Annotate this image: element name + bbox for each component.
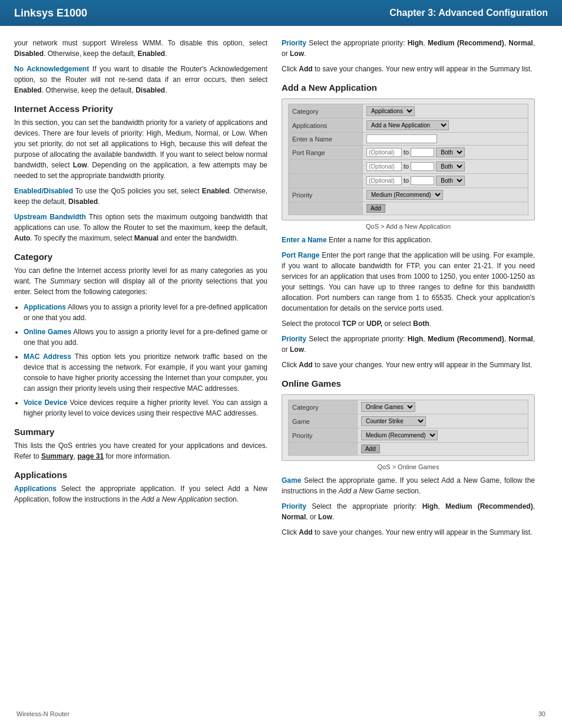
- left-column: your network must support Wireless WMM. …: [14, 38, 267, 542]
- qos-priority-label: Priority: [289, 188, 363, 202]
- qos-proto-2[interactable]: Both: [436, 162, 465, 172]
- cat-paragraph: You can define the Internet access prior…: [14, 265, 267, 297]
- iap-paragraph: In this section, you can set the bandwid…: [14, 117, 267, 181]
- qos-og-game-value: Counter Strike: [357, 414, 528, 429]
- qos-add-app-table: Category Applications Applications Add a…: [288, 104, 528, 215]
- qos-og-category-value: Online Games: [357, 400, 528, 414]
- ub-paragraph: Upstream Bandwidth This option sets the …: [14, 212, 267, 243]
- qos-og-table: Category Online Games Game Counter Strik…: [288, 400, 528, 456]
- qos-applications-value: Add a New Application: [363, 118, 528, 133]
- qos-enter-name-label: Enter a Name: [289, 133, 363, 146]
- qos-proto-3[interactable]: Both: [436, 176, 465, 186]
- qos-port-end-3[interactable]: [411, 176, 434, 185]
- ed-paragraph: Enabled/Disabled To use the QoS policies…: [14, 186, 267, 207]
- footer-label: Wireless-N Router: [16, 710, 70, 717]
- qos-port-range-row1: to Both: [363, 146, 528, 160]
- qos-applications-label: Applications: [289, 118, 363, 133]
- apps-paragraph: Applications Select the appropriate appl…: [14, 483, 267, 505]
- qos-priority-select[interactable]: Medium (Recommend): [366, 190, 443, 200]
- qos-port-end-1[interactable]: [411, 148, 434, 157]
- click-add-paragraph: Click Add to save your changes. Your new…: [282, 64, 535, 74]
- qos-add-app-button[interactable]: Add: [366, 204, 385, 213]
- qos-add-app-box: Category Applications Applications Add a…: [282, 98, 535, 220]
- qos-og-priority-select[interactable]: Medium (Recommend): [361, 430, 438, 440]
- main-content: your network must support Wireless WMM. …: [0, 26, 562, 554]
- qos-og-add-button[interactable]: Add: [361, 444, 380, 453]
- qos-add-app-caption: QoS > Add a New Application: [282, 223, 535, 230]
- right-column: Priority Select the appropriate priority…: [282, 38, 535, 542]
- click-add2-paragraph: Click Add to save your changes. Your new…: [282, 360, 535, 370]
- port-range-paragraph: Port Range Enter the port range that the…: [282, 250, 535, 314]
- qos-port-start-2[interactable]: [366, 162, 402, 171]
- qos-port-range-row3: to Both: [363, 174, 528, 188]
- apps-heading: Applications: [14, 470, 267, 480]
- qos-og-game-select[interactable]: Counter Strike: [361, 416, 426, 426]
- priority3-paragraph: Priority Select the appropriate priority…: [282, 501, 535, 522]
- page-header: Linksys E1000 Chapter 3: Advanced Config…: [0, 0, 562, 26]
- intro-paragraph: your network must support Wireless WMM. …: [14, 38, 267, 59]
- qos-proto-1[interactable]: Both: [436, 147, 465, 157]
- qos-port-range-row2: to Both: [363, 160, 528, 174]
- qos-og-game-label: Game: [289, 414, 358, 429]
- qos-category-value: Applications: [363, 104, 528, 118]
- qos-category-select[interactable]: Applications: [366, 106, 415, 116]
- qos-og-box: Category Online Games Game Counter Strik…: [282, 394, 535, 461]
- qos-applications-select[interactable]: Add a New Application: [366, 120, 449, 130]
- enter-name-paragraph: Enter a Name Enter a name for this appli…: [282, 235, 535, 245]
- header-title-left: Linksys E1000: [14, 7, 87, 19]
- list-item: Applications Allows you to assign a prio…: [24, 302, 267, 323]
- click-add3-paragraph: Click Add to save your changes. Your new…: [282, 527, 535, 538]
- qos-og-category-select[interactable]: Online Games: [361, 402, 415, 412]
- qos-og-category-label: Category: [289, 400, 358, 414]
- priority-paragraph: Priority Select the appropriate priority…: [282, 38, 535, 59]
- iap-heading: Internet Access Priority: [14, 104, 267, 114]
- qos-og-priority-label: Priority: [289, 429, 358, 443]
- qos-port-range-label: Port Range: [289, 146, 363, 160]
- select-proto-paragraph: Select the protocol TCP or UDP, or selec…: [282, 318, 535, 329]
- header-title-right: Chapter 3: Advanced Configuration: [389, 8, 548, 18]
- summary-heading: Summary: [14, 427, 267, 437]
- qos-port-start-1[interactable]: [366, 148, 402, 157]
- qos-enter-name-input[interactable]: [366, 134, 437, 143]
- summary-paragraph: This lists the QoS entries you have crea…: [14, 440, 267, 462]
- footer-page: 30: [538, 710, 546, 717]
- qos-og-priority-value: Medium (Recommend): [357, 429, 528, 443]
- game-paragraph: Game Select the appropriate game. If you…: [282, 475, 535, 496]
- list-item: Online Games Allows you to assign a prio…: [24, 327, 267, 348]
- qos-enter-name-value: [363, 133, 528, 146]
- qos-og-caption: QoS > Online Games: [282, 463, 535, 470]
- online-games-heading: Online Games: [282, 378, 535, 388]
- no-ack-paragraph: No Acknowledgement If you want to disabl…: [14, 64, 267, 95]
- qos-category-label: Category: [289, 104, 363, 118]
- add-new-app-heading: Add a New Application: [282, 83, 535, 93]
- list-item: Voice Device Voice devices require a hig…: [24, 397, 267, 419]
- list-item: MAC Address This option lets you priorit…: [24, 351, 267, 394]
- category-list: Applications Allows you to assign a prio…: [24, 302, 267, 419]
- cat-heading: Category: [14, 252, 267, 262]
- qos-port-end-2[interactable]: [411, 162, 434, 171]
- qos-port-start-3[interactable]: [366, 176, 402, 185]
- priority2-paragraph: Priority Select the appropriate priority…: [282, 334, 535, 355]
- qos-priority-value: Medium (Recommend): [363, 188, 528, 202]
